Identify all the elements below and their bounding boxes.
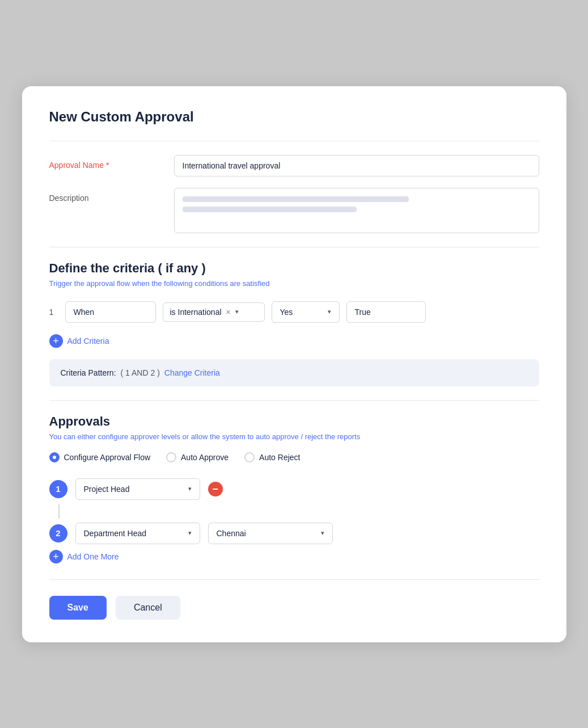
radio-auto-approve-label: Auto Approve (181, 453, 229, 462)
criteria-section: Define the criteria ( if any ) Trigger t… (49, 261, 539, 386)
approver-row-1: 1 Project Head ▾ (49, 478, 539, 500)
radio-configure-flow[interactable]: Configure Approval Flow (49, 452, 151, 462)
operator-dropdown-arrow: ▾ (328, 308, 331, 315)
section-divider-2 (49, 400, 539, 401)
when-label: When (74, 308, 95, 317)
approver-2-location-arrow: ▾ (321, 529, 324, 537)
add-criteria-button[interactable]: + Add Criteria (49, 334, 109, 348)
approval-type-radio-group: Configure Approval Flow Auto Approve Aut… (49, 452, 539, 462)
approvals-section: Approvals You can either configure appro… (49, 414, 539, 563)
condition-tag-close[interactable]: × (226, 308, 231, 317)
description-textarea[interactable] (174, 188, 539, 233)
footer-actions: Save Cancel (49, 579, 539, 620)
when-field: When (65, 301, 156, 323)
cancel-button[interactable]: Cancel (116, 596, 180, 620)
approver-2-badge: 2 (49, 524, 67, 542)
approver-2-value: Department Head (84, 529, 147, 538)
change-criteria-button[interactable]: Change Criteria (164, 368, 220, 377)
approver-2-select[interactable]: Department Head ▾ (75, 523, 200, 544)
modal-title: New Custom Approval (49, 109, 539, 125)
condition-operator-value: Yes (280, 308, 293, 317)
approval-name-input[interactable] (174, 155, 539, 176)
radio-auto-reject-label: Auto Reject (259, 453, 300, 462)
criteria-row-number: 1 (49, 308, 58, 317)
condition-operator-dropdown[interactable]: Yes ▾ (272, 301, 340, 323)
pattern-label: Criteria Pattern: (61, 368, 116, 377)
criteria-pattern-bar: Criteria Pattern: ( 1 AND 2 ) Change Cri… (49, 359, 539, 386)
description-row: Description (49, 188, 539, 233)
condition-value-text: True (355, 308, 371, 317)
radio-auto-approve[interactable]: Auto Approve (166, 452, 229, 462)
approver-1-arrow: ▾ (188, 485, 192, 493)
approvals-title: Approvals (49, 414, 539, 429)
approver-2-location-select[interactable]: Chennai ▾ (208, 523, 333, 544)
description-label: Description (49, 188, 174, 203)
placeholder-line-2 (183, 207, 357, 212)
approver-2-location-value: Chennai (217, 529, 246, 538)
condition-value-field[interactable]: True (346, 301, 426, 323)
criteria-row-1: 1 When is International × ▾ Yes ▾ True (49, 301, 539, 323)
approver-1-select[interactable]: Project Head ▾ (75, 478, 200, 500)
radio-auto-reject[interactable]: Auto Reject (244, 452, 300, 462)
radio-configure-flow-circle (49, 452, 60, 462)
add-more-icon: + (49, 550, 63, 563)
title-divider (49, 141, 539, 141)
approval-name-label: Approval Name * (49, 155, 174, 170)
approver-1-badge: 1 (49, 480, 67, 498)
approver-1-value: Project Head (84, 485, 130, 494)
condition-tag-arrow[interactable]: ▾ (235, 308, 239, 315)
condition-tag-select[interactable]: is International × ▾ (163, 302, 265, 322)
radio-auto-reject-circle (244, 452, 255, 462)
modal-container: New Custom Approval Approval Name * Desc… (22, 86, 566, 642)
pattern-value: ( 1 AND 2 ) (121, 368, 160, 377)
condition-tag-label: is International (170, 308, 222, 317)
radio-auto-approve-circle (166, 452, 176, 462)
approver-1-remove-button[interactable] (208, 482, 223, 496)
approver-2-arrow: ▾ (188, 529, 192, 537)
save-button[interactable]: Save (49, 596, 107, 620)
radio-configure-flow-label: Configure Approval Flow (64, 453, 151, 462)
add-one-more-button[interactable]: + Add One More (49, 550, 119, 563)
approval-name-row: Approval Name * (49, 155, 539, 176)
approvals-subtitle: You can either configure approver levels… (49, 432, 539, 441)
placeholder-line-1 (183, 196, 409, 202)
connector-line (58, 504, 60, 518)
add-criteria-label: Add Criteria (67, 336, 109, 346)
criteria-title: Define the criteria ( if any ) (49, 261, 539, 276)
criteria-subtitle: Trigger the approval flow when the follo… (49, 279, 539, 288)
add-criteria-icon: + (49, 334, 63, 348)
add-more-label: Add One More (67, 552, 119, 561)
section-divider-1 (49, 247, 539, 247)
approver-row-2: 2 Department Head ▾ Chennai ▾ (49, 523, 539, 544)
